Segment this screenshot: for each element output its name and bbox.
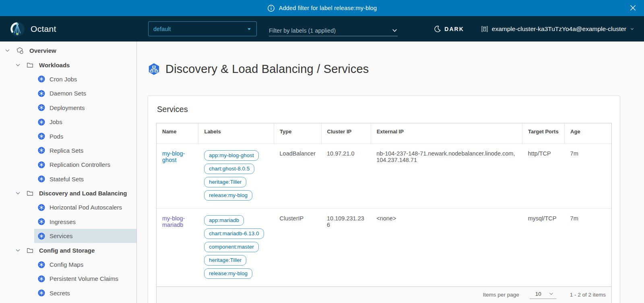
sidebar-item-label: Ingresses (50, 218, 76, 225)
cluster-name: example-cluster-ka3TuTzYo4a@example-clus… (492, 25, 626, 33)
dark-mode-toggle[interactable]: DARK (434, 25, 464, 32)
sidebar-group-config-and-storage[interactable]: Config and Storage (0, 243, 136, 257)
close-icon[interactable] (629, 4, 637, 13)
sidebar-item-label: Replication Controllers (50, 161, 110, 168)
label-badge[interactable]: heritage:Tiller (204, 255, 246, 266)
sidebar-item-deployments[interactable]: Deployments (34, 101, 136, 115)
branding[interactable]: Octant (10, 21, 56, 37)
target-ports: http/TCP (522, 143, 565, 208)
cluster-selector[interactable]: example-cluster-ka3TuTzYo4a@example-clus… (481, 25, 634, 33)
moon-icon (434, 25, 441, 32)
pods-icon (38, 133, 45, 140)
sidebar-item-pods[interactable]: Pods (34, 129, 136, 143)
label-badge[interactable]: chart:mariadb-6.13.0 (204, 228, 264, 239)
chevron-down-icon[interactable] (5, 48, 10, 53)
sidebar-item-replica-sets[interactable]: Replica Sets (34, 143, 136, 158)
external-ip: <none> (371, 208, 522, 286)
pagination-range: 1 - 2 of 2 items (570, 292, 606, 298)
sidebar-item-label: Pods (50, 133, 63, 140)
target-ports: mysql/TCP (522, 208, 565, 286)
label-badge[interactable]: app:mariadb (204, 215, 244, 226)
sidebar-group-label: Workloads (39, 62, 70, 68)
sidebar-item-label: Overview (29, 47, 56, 54)
stateful-sets-icon (38, 175, 45, 183)
label-filter-dropdown[interactable]: Filter by labels (1 applied) (269, 25, 398, 36)
sidebar-item-persistent-volume-claims[interactable]: Persistent Volume Claims (34, 272, 136, 286)
age: 7m (565, 143, 611, 208)
sidebar-item-config-maps[interactable]: Config Maps (34, 257, 136, 272)
chevron-down-icon (392, 27, 398, 33)
table-pagination: Items per page 10 1 - 2 of 2 items (157, 286, 611, 303)
folder-icon (27, 190, 33, 197)
jobs-icon (38, 118, 45, 126)
column-header-age[interactable]: Age (565, 123, 611, 144)
chevron-down-icon[interactable] (15, 191, 21, 196)
column-header-labels[interactable]: Labels (198, 123, 274, 144)
sidebar-item-secrets[interactable]: Secrets (34, 286, 136, 300)
services-card: Services Name Labels Type Cluster IP Ext… (148, 95, 620, 303)
sidebar-item-jobs[interactable]: Jobs (34, 115, 136, 129)
label-badge[interactable]: app:my-blog-ghost (204, 150, 259, 161)
replica-sets-icon (38, 147, 45, 154)
secrets-icon (38, 289, 45, 297)
cluster-ip: 10.97.21.0 (321, 143, 371, 208)
sidebar-group-label: Config and Storage (39, 247, 95, 254)
sidebar-item-daemon-sets[interactable]: Daemon Sets (34, 86, 136, 100)
sidebar-item-stateful-sets[interactable]: Stateful Sets (34, 172, 136, 186)
replication-controllers-icon (38, 161, 45, 168)
card-title: Services (157, 105, 612, 114)
sidebar-item-overview[interactable]: Overview (0, 44, 136, 58)
folder-icon (27, 62, 33, 68)
main-content: Discovery & Load Balancing / Services Se… (137, 42, 644, 303)
namespace-selector[interactable]: default (148, 21, 257, 36)
sidebar-item-services[interactable]: Services (34, 229, 136, 243)
table-row: my-blog-ghost app:my-blog-ghost chart:gh… (157, 143, 611, 208)
column-header-name[interactable]: Name (157, 123, 198, 144)
chevron-down-icon (549, 291, 554, 297)
label-badge[interactable]: heritage:Tiller (204, 177, 246, 187)
sidebar-item-cron-jobs[interactable]: Cron Jobs (34, 72, 136, 86)
sidebar-item-ingresses[interactable]: Ingresses (34, 215, 136, 229)
sidebar-item-label: Deployments (50, 104, 85, 111)
column-header-cluster-ip[interactable]: Cluster IP (321, 123, 371, 144)
sidebar-item-replication-controllers[interactable]: Replication Controllers (34, 158, 136, 172)
label-badge[interactable]: release:my-blog (204, 268, 252, 279)
dark-mode-label: DARK (444, 26, 464, 32)
service-name-link[interactable]: my-blog-mariadb (162, 215, 185, 228)
label-badge[interactable]: component:master (204, 242, 259, 252)
cluster-icon (481, 25, 488, 33)
sidebar-item-label: Config Maps (50, 261, 83, 268)
column-header-target-ports[interactable]: Target Ports (522, 123, 565, 144)
sidebar-item-label: Services (50, 232, 73, 239)
alert-bar: Added filter for label release:my-blog (0, 0, 644, 16)
services-icon (38, 232, 45, 240)
page-title: Discovery & Load Balancing / Services (165, 62, 369, 76)
sidebar-item-label: Secrets (50, 290, 70, 297)
label-badge[interactable]: release:my-blog (204, 190, 252, 201)
info-icon (267, 4, 275, 12)
sidebar-group-workloads[interactable]: Workloads (0, 58, 136, 72)
ingresses-icon (38, 218, 45, 225)
persistent-volume-claims-icon (38, 275, 45, 282)
page-size-value: 10 (535, 291, 541, 297)
service-name-link[interactable]: my-blog-ghost (162, 150, 185, 163)
sidebar-item-label: Stateful Sets (50, 176, 84, 183)
sidebar-item-label: Replica Sets (50, 147, 83, 154)
sidebar-item-horizontal-pod-autoscalers[interactable]: Horizontal Pod Autoscalers (34, 200, 136, 214)
app-title: Octant (31, 24, 56, 34)
column-header-type[interactable]: Type (274, 123, 322, 144)
page-size-select[interactable]: 10 (530, 291, 556, 299)
column-header-external-ip[interactable]: External IP (371, 123, 522, 144)
label-badge[interactable]: chart:ghost-8.0.5 (204, 164, 254, 174)
app-header: Octant default Filter by labels (1 appli… (0, 16, 644, 42)
chevron-down-icon[interactable] (15, 62, 21, 68)
config-maps-icon (38, 261, 45, 268)
sidebar-group-discovery-load-balancing[interactable]: Discovery and Load Balancing (0, 186, 136, 200)
chevron-down-icon (630, 27, 634, 31)
caret-down-icon (247, 27, 252, 31)
octant-logo-icon (10, 21, 25, 37)
service-type: LoadBalancer (274, 143, 322, 208)
sidebar-item-label: Horizontal Pod Autoscalers (50, 204, 122, 211)
chevron-down-icon[interactable] (15, 248, 21, 253)
alert-message: Added filter for label release:my-blog (279, 5, 377, 11)
